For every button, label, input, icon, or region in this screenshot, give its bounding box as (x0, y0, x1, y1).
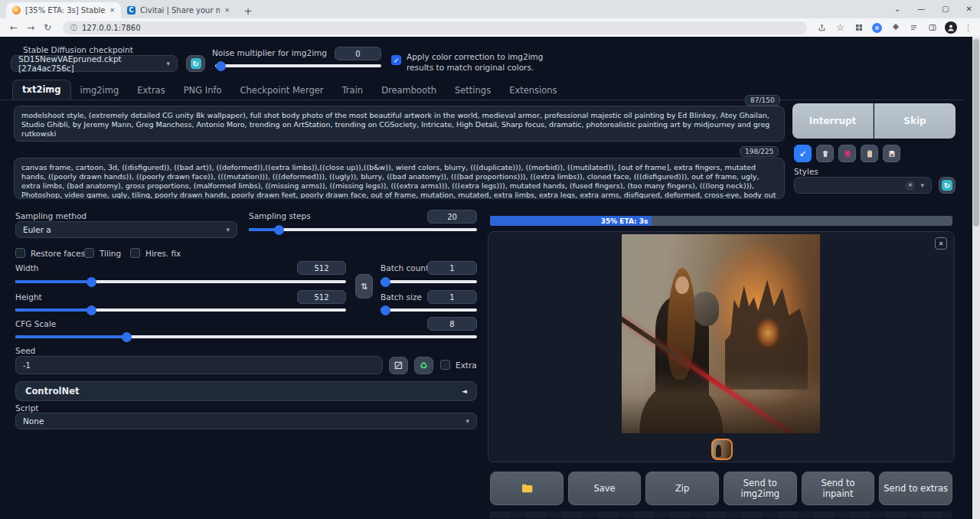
skip-button[interactable]: Skip (874, 103, 956, 139)
interrupt-button[interactable]: Interrupt (792, 103, 874, 139)
page-scrollbar[interactable] (972, 37, 980, 519)
window-maximize-icon[interactable]: ▢ (942, 5, 949, 13)
color-correction-option[interactable]: ✓ Apply color correction to img2img resu… (391, 52, 552, 73)
paste-generation-params-button[interactable]: ↙ (794, 145, 812, 162)
progress-label: 35% ETA: 3s (601, 217, 648, 225)
width-slider[interactable] (15, 280, 346, 283)
tab-extensions[interactable]: Extensions (500, 81, 566, 100)
scrollbar-thumb[interactable] (973, 39, 979, 227)
width-value[interactable]: 512 (297, 261, 346, 275)
tab-extras[interactable]: Extras (128, 81, 174, 100)
save-button[interactable]: Save (568, 472, 642, 505)
seed-input[interactable] (15, 356, 383, 374)
batch-size-value[interactable]: 1 (427, 290, 477, 304)
refresh-checkpoint-button[interactable]: ↻ (186, 55, 205, 72)
noise-multiplier-slider[interactable] (215, 64, 381, 67)
checkpoint-value: SD15NewVAEpruned.ckpt [27a4ac756c] (18, 54, 166, 73)
width-label: Width (15, 263, 39, 273)
site-info-icon[interactable]: ⓘ (70, 23, 77, 33)
open-folder-button[interactable] (490, 472, 564, 505)
tab-dreambooth[interactable]: Dreambooth (372, 81, 446, 100)
controlnet-accordion[interactable]: ControlNet ◄ (15, 381, 477, 401)
tab-txt2img[interactable]: txt2img (12, 80, 71, 100)
browser-tab-civitai[interactable]: C Civitai | Share your models ✕ (121, 2, 236, 18)
close-gallery-icon[interactable]: ✕ (935, 237, 947, 250)
batch-size-slider[interactable] (381, 308, 477, 312)
menu-kebab-icon[interactable]: ⋮ (964, 23, 972, 33)
tab-close-icon[interactable]: ✕ (109, 7, 115, 14)
address-bar[interactable]: ⓘ 127.0.0.1:7860 (63, 21, 807, 34)
sampling-method-dropdown[interactable]: Euler a ▾ (15, 221, 237, 238)
cfg-scale-value[interactable]: 8 (427, 317, 477, 331)
tab-settings[interactable]: Settings (446, 81, 500, 100)
profile-avatar[interactable] (945, 21, 957, 34)
extra-networks-button[interactable] (838, 145, 856, 162)
negative-prompt-input[interactable]: canvas frame, cartoon, 3d, ((disfigured)… (14, 158, 785, 199)
prompt-input[interactable]: modelshoot style, (extremely detailed CG… (14, 106, 785, 142)
height-slider[interactable] (15, 308, 346, 312)
share-icon[interactable] (816, 22, 828, 34)
apply-style-button[interactable] (861, 145, 878, 162)
restore-faces-option[interactable]: Restore faces (15, 248, 85, 258)
script-dropdown[interactable]: None ▾ (15, 413, 477, 429)
swap-dimensions-button[interactable]: ⇅ (355, 274, 373, 299)
styles-dropdown[interactable]: ✕ ▾ (794, 177, 932, 194)
browser-tabstrip: [35% ETA: 3s] Stable Diffusion ✕ C Civit… (0, 0, 980, 18)
browser-tab-stable-diffusion[interactable]: [35% ETA: 3s] Stable Diffusion ✕ (6, 2, 121, 18)
forward-icon[interactable]: → (24, 22, 37, 33)
reading-list-icon[interactable] (908, 22, 920, 34)
recycle-icon: ♻ (420, 361, 428, 371)
prompt-token-counter: 87/150 (745, 95, 780, 106)
back-icon[interactable]: ← (8, 22, 20, 33)
save-style-button[interactable] (883, 145, 900, 162)
random-seed-button[interactable]: ⚂ (389, 357, 408, 374)
hires-fix-option[interactable]: Hires. fix (130, 248, 181, 258)
send-to-extras-button[interactable]: Send to extras (879, 472, 952, 505)
window-controls: ⌄ — ▢ ✕ (894, 0, 975, 17)
height-value[interactable]: 512 (297, 290, 346, 304)
checkbox-icon[interactable] (84, 248, 94, 258)
send-to-img2img-button[interactable]: Send to img2img (724, 472, 797, 505)
apps-grid-icon[interactable] (853, 22, 864, 34)
send-to-inpaint-button[interactable]: Send to inpaint (802, 472, 875, 505)
extensions-puzzle-icon[interactable] (890, 22, 901, 34)
generated-image[interactable] (622, 234, 820, 433)
window-menu-icon[interactable]: ⌄ (894, 5, 900, 13)
gallery-thumbnail[interactable] (711, 439, 733, 460)
sampling-steps-value[interactable]: 20 (427, 210, 477, 224)
checkbox-checked-icon[interactable]: ✓ (391, 55, 401, 65)
reuse-seed-button[interactable]: ♻ (414, 357, 433, 374)
reload-icon[interactable]: ↻ (41, 22, 54, 33)
window-close-icon[interactable]: ✕ (966, 5, 972, 13)
checkpoint-dropdown[interactable]: SD15NewVAEpruned.ckpt [27a4ac756c] ▾ (11, 55, 178, 72)
tiling-option[interactable]: Tiling (84, 248, 121, 258)
main-tabs: txt2img img2img Extras PNG Info Checkpoi… (0, 81, 965, 100)
extension-blue-icon[interactable] (871, 22, 883, 34)
extra-seed-option[interactable]: Extra (440, 360, 477, 370)
script-value: None (23, 416, 44, 426)
clear-styles-icon[interactable]: ✕ (905, 181, 915, 191)
bookmark-star-icon[interactable]: ☆ (835, 22, 846, 34)
batch-count-slider[interactable] (381, 280, 477, 283)
tab-img2img[interactable]: img2img (71, 81, 129, 100)
tab-png-info[interactable]: PNG Info (175, 81, 231, 100)
chevron-down-icon: ▾ (166, 60, 170, 67)
seed-label: Seed (15, 346, 35, 355)
zip-button[interactable]: Zip (645, 472, 719, 505)
tab-close-icon[interactable]: ✕ (224, 7, 230, 14)
side-panel-icon[interactable] (926, 22, 938, 34)
window-minimize-icon[interactable]: — (917, 5, 925, 13)
tab-train[interactable]: Train (333, 81, 373, 100)
cfg-scale-slider[interactable] (15, 335, 477, 338)
noise-multiplier-value[interactable]: 0 (335, 47, 381, 60)
refresh-styles-button[interactable]: ↻ (939, 177, 956, 194)
clear-prompt-button[interactable] (816, 145, 834, 162)
checkbox-icon[interactable] (130, 248, 140, 258)
checkbox-icon[interactable] (15, 248, 25, 258)
chevron-down-icon: ▾ (466, 417, 469, 425)
sampling-steps-slider[interactable] (249, 228, 477, 231)
new-tab-button[interactable]: + (240, 3, 256, 18)
batch-count-value[interactable]: 1 (427, 261, 477, 275)
tab-checkpoint-merger[interactable]: Checkpoint Merger (231, 81, 333, 100)
checkbox-icon[interactable] (440, 360, 450, 370)
